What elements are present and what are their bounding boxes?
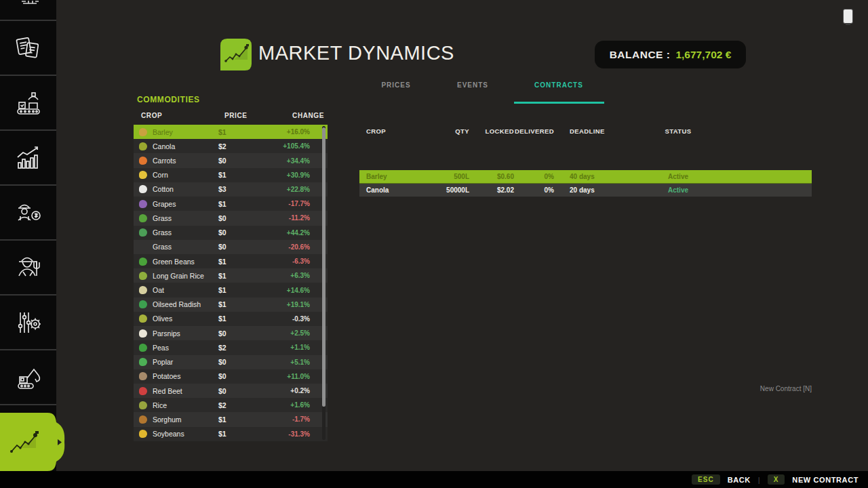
commodity-row[interactable]: Soybeans $1 -31.3% <box>134 427 328 441</box>
back-button[interactable]: BACK <box>728 476 751 484</box>
peas-icon <box>139 344 147 352</box>
commodity-row[interactable]: Sorghum $1 -1.7% <box>134 412 328 426</box>
commodity-row[interactable]: Green Beans $1 -6.3% <box>134 254 328 268</box>
sidebar-item-market-dynamics[interactable] <box>0 413 65 471</box>
commodity-row[interactable]: Cotton $3 +22.8% <box>134 182 328 197</box>
commodity-row[interactable]: Corn $1 +30.9% <box>134 168 328 182</box>
sidebar-item-tuning[interactable] <box>0 296 56 350</box>
rice-icon <box>139 401 147 409</box>
poplar-icon <box>139 358 147 366</box>
barley-icon <box>139 128 147 136</box>
commodity-row[interactable]: Barley $1 +16.0% <box>134 125 328 139</box>
crop-name: Long Grain Rice <box>153 272 218 280</box>
crop-price: $1 <box>218 128 262 136</box>
crop-name: Rice <box>153 401 218 409</box>
crop-change: -11.2% <box>289 214 310 222</box>
commodity-row[interactable]: Oat $1 +14.6% <box>134 283 328 297</box>
crop-price: $0 <box>218 214 262 222</box>
commodity-row[interactable]: Olives $1 -0.3% <box>134 312 328 326</box>
contract-delivered: 0% <box>514 186 554 194</box>
commodity-row[interactable]: Poplar $0 +5.1% <box>134 355 328 369</box>
sidebar-item-production[interactable] <box>0 76 56 131</box>
new-contract-button[interactable]: NEW CONTRACT <box>792 476 859 484</box>
crop-change: +44.2% <box>287 229 310 237</box>
crop-name: Grass <box>153 228 218 237</box>
contract-deadline: 40 days <box>554 173 619 180</box>
contract-deadline: 20 days <box>554 186 619 194</box>
balance-value: 1,677,702 € <box>675 49 731 61</box>
contract-qty: 500L <box>434 173 469 180</box>
commodities-heading: COMMODITIES <box>137 95 200 104</box>
commodity-row[interactable]: Grass $0 +44.2% <box>134 226 328 240</box>
contract-row[interactable]: Barley 500L $0.60 0% 40 days Active <box>359 170 812 184</box>
contract-crop: Barley <box>359 173 434 180</box>
red-beet-icon <box>139 387 147 395</box>
contract-row[interactable]: Canola 50000L $2.02 0% 20 days Active <box>359 184 812 197</box>
contracts-col-deadline: DEADLINE <box>554 127 619 135</box>
crop-change: -0.3% <box>292 315 310 323</box>
crop-name: Peas <box>153 344 218 352</box>
grapes-icon <box>139 200 147 208</box>
long-grain-rice-icon <box>139 272 147 280</box>
commodity-row[interactable]: Grapes $1 -17.7% <box>134 197 328 211</box>
contracts-col-crop: CROP <box>359 127 434 135</box>
crop-price: $2 <box>218 142 262 150</box>
crop-change: -31.3% <box>288 430 310 438</box>
crop-change: +105.4% <box>283 142 310 150</box>
x-key-badge[interactable]: X <box>768 474 785 485</box>
crop-change: +11.0% <box>287 373 310 380</box>
commodity-row[interactable]: Red Beet $0 +0.2% <box>134 384 328 398</box>
commodities-list[interactable]: Barley $1 +16.0% Canola $2 +105.4% Carro… <box>134 125 328 441</box>
production-icon <box>14 89 43 117</box>
tab-prices[interactable]: PRICES <box>381 81 410 89</box>
commodities-scrollbar[interactable] <box>322 126 326 440</box>
crop-name: Grass <box>153 243 218 251</box>
sidebar-item-farmer[interactable] <box>0 241 56 296</box>
commodity-row[interactable]: Peas $2 +1.1% <box>134 340 328 354</box>
page-title: MARKET DYNAMICS <box>258 42 454 64</box>
commodity-row[interactable]: Long Grain Rice $1 +6.3% <box>134 268 328 283</box>
crop-change: +1.6% <box>290 401 310 409</box>
scrollbar-thumb[interactable] <box>322 127 326 407</box>
crop-change: +34.4% <box>287 157 310 165</box>
commodity-row[interactable]: Grass $0 -11.2% <box>134 211 328 225</box>
contracts-header: CROP QTY LOCKED DELIVERED DEADLINE STATU… <box>359 127 812 135</box>
sidebar-item-construction[interactable] <box>0 350 56 405</box>
contract-status: Active <box>619 186 737 194</box>
commodity-row[interactable]: Rice $2 +1.6% <box>134 398 328 412</box>
commodity-row[interactable]: Potatoes $0 +11.0% <box>134 369 328 384</box>
commodity-row[interactable]: Carrots $0 +34.4% <box>134 153 328 167</box>
game-sidebar <box>0 0 56 471</box>
commodity-row[interactable]: Canola $2 +105.4% <box>134 139 328 153</box>
tab-events[interactable]: EVENTS <box>457 81 488 89</box>
commodities-col-crop: CROP <box>141 112 162 119</box>
tuning-icon <box>14 308 43 337</box>
crop-change: +16.0% <box>287 128 310 136</box>
crop-price: $1 <box>218 272 262 280</box>
parsnips-icon <box>139 329 147 338</box>
phone-icon[interactable] <box>843 9 853 24</box>
commodities-rows: Barley $1 +16.0% Canola $2 +105.4% Carro… <box>134 125 328 441</box>
sorghum-icon <box>139 415 147 424</box>
sidebar-item-contracts[interactable] <box>0 21 56 76</box>
commodity-row[interactable]: Grass $0 -20.6% <box>134 240 328 254</box>
green-beans-icon <box>139 258 147 266</box>
crop-change: +14.6% <box>287 287 310 294</box>
crop-price: $1 <box>218 415 262 424</box>
contract-delivered: 0% <box>514 173 554 180</box>
crop-price: $1 <box>218 258 262 266</box>
active-tab-underline <box>514 102 604 104</box>
footer-divider: | <box>758 476 760 484</box>
commodity-row[interactable]: Parsnips $0 +2.5% <box>134 326 328 340</box>
sidebar-item-vehicles[interactable] <box>0 0 56 21</box>
corn-icon <box>139 171 147 179</box>
sidebar-item-finances[interactable] <box>0 186 56 241</box>
commodity-row[interactable]: Oilseed Radish $1 +19.1% <box>134 298 328 312</box>
tab-contracts[interactable]: CONTRACTS <box>534 81 583 89</box>
crop-price: $0 <box>218 358 262 366</box>
cotton-icon <box>139 185 147 193</box>
crop-change: +19.1% <box>287 301 310 308</box>
sidebar-item-statistics[interactable] <box>0 131 56 186</box>
crop-change: +0.2% <box>290 387 310 394</box>
esc-key-badge[interactable]: ESC <box>692 474 720 485</box>
